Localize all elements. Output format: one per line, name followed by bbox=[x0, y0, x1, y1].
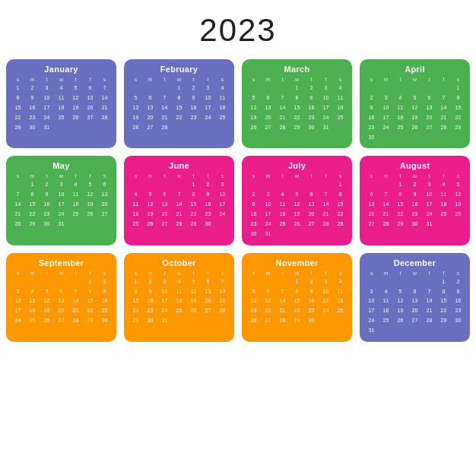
day-cell: 13 bbox=[97, 190, 112, 200]
day-cell: 27 bbox=[408, 316, 422, 326]
day-cell: 26 bbox=[408, 123, 422, 133]
day-cell: 6 bbox=[54, 286, 68, 296]
day-header-label: m bbox=[379, 77, 393, 82]
day-cell: 25 bbox=[129, 220, 143, 229]
day-cell: 19 bbox=[290, 210, 304, 220]
empty-day-cell bbox=[319, 180, 333, 190]
day-cell: 24 bbox=[40, 113, 54, 123]
day-header-label: t bbox=[393, 77, 408, 82]
day-header-label: s bbox=[333, 173, 347, 179]
day-cell: 9 bbox=[364, 103, 379, 113]
day-cell: 19 bbox=[40, 306, 54, 316]
day-cell: 24 bbox=[54, 210, 68, 220]
day-cell: 4 bbox=[129, 190, 143, 200]
day-cell: 14 bbox=[275, 296, 290, 306]
day-cell: 4 bbox=[379, 286, 393, 296]
day-cell: 12 bbox=[408, 103, 422, 113]
day-header-label: w bbox=[172, 173, 186, 179]
day-cell: 10 bbox=[261, 200, 275, 210]
day-cell: 5 bbox=[393, 286, 408, 296]
day-cell: 22 bbox=[25, 210, 40, 220]
day-cell: 16 bbox=[304, 103, 319, 113]
day-cell: 5 bbox=[143, 190, 157, 200]
day-cell: 13 bbox=[143, 103, 157, 113]
day-cell: 21 bbox=[275, 113, 290, 123]
day-cell: 12 bbox=[246, 296, 261, 306]
day-cell: 19 bbox=[143, 210, 157, 220]
day-cell: 17 bbox=[215, 200, 230, 210]
day-cell: 24 bbox=[201, 113, 215, 123]
day-header-label: w bbox=[54, 173, 68, 179]
day-cell: 2 bbox=[186, 84, 201, 93]
day-cell: 20 bbox=[201, 296, 215, 306]
day-cell: 16 bbox=[364, 113, 379, 123]
day-cell: 18 bbox=[54, 103, 68, 113]
day-header-label: w bbox=[290, 77, 304, 82]
day-cell: 25 bbox=[25, 316, 40, 326]
day-cell: 29 bbox=[290, 316, 304, 326]
day-cell: 17 bbox=[157, 296, 172, 306]
empty-day-cell bbox=[393, 277, 408, 287]
day-header-label: s bbox=[11, 270, 25, 276]
day-cell: 26 bbox=[246, 316, 261, 326]
day-cell: 29 bbox=[25, 220, 40, 229]
day-header-label: w bbox=[290, 270, 304, 276]
day-cell: 12 bbox=[68, 93, 83, 103]
day-cell: 23 bbox=[304, 306, 319, 316]
day-cell: 25 bbox=[275, 220, 290, 229]
empty-day-cell bbox=[364, 180, 379, 190]
day-cell: 8 bbox=[129, 286, 143, 296]
day-cell: 20 bbox=[83, 103, 97, 113]
day-cell: 6 bbox=[143, 93, 157, 103]
day-cell: 30 bbox=[451, 316, 465, 326]
day-cell: 27 bbox=[97, 210, 112, 220]
month-name-may: May bbox=[11, 161, 112, 170]
day-cell: 21 bbox=[172, 210, 186, 220]
day-cell: 24 bbox=[422, 210, 436, 220]
day-cell: 7 bbox=[436, 93, 451, 103]
day-cell: 8 bbox=[333, 190, 347, 200]
day-cell: 26 bbox=[143, 220, 157, 229]
day-cell: 11 bbox=[25, 296, 40, 306]
empty-day-cell bbox=[129, 180, 143, 190]
month-name-september: September bbox=[11, 258, 112, 267]
day-cell: 10 bbox=[201, 93, 215, 103]
day-cell: 9 bbox=[408, 190, 422, 200]
day-header-label: t bbox=[40, 77, 54, 82]
day-cell: 11 bbox=[215, 93, 230, 103]
empty-day-cell bbox=[40, 277, 54, 287]
day-cell: 23 bbox=[408, 210, 422, 220]
day-cell: 22 bbox=[290, 113, 304, 123]
day-cell: 19 bbox=[129, 113, 143, 123]
month-card-november: Novembersmtwtfs1234567891011121314151617… bbox=[242, 253, 352, 342]
day-cell: 28 bbox=[215, 306, 230, 316]
day-cell: 26 bbox=[40, 316, 54, 326]
day-cell: 1 bbox=[11, 84, 25, 93]
day-cell: 12 bbox=[40, 296, 54, 306]
day-cell: 14 bbox=[215, 286, 230, 296]
day-header-label: m bbox=[261, 77, 275, 82]
month-card-april: Aprilsmtwtfs1234567891011121314151617181… bbox=[360, 59, 470, 148]
day-cell: 6 bbox=[157, 190, 172, 200]
day-cell: 4 bbox=[172, 277, 186, 287]
empty-day-cell bbox=[246, 84, 261, 93]
day-cell: 25 bbox=[436, 210, 451, 220]
empty-day-cell bbox=[11, 277, 25, 287]
day-header-label: f bbox=[436, 77, 451, 82]
day-header-label: m bbox=[25, 270, 40, 276]
day-cell: 18 bbox=[275, 210, 290, 220]
empty-day-cell bbox=[290, 180, 304, 190]
month-card-january: Januarysmtwtfs12345678910111213141516171… bbox=[6, 59, 116, 148]
day-cell: 6 bbox=[364, 190, 379, 200]
day-cell: 3 bbox=[40, 84, 54, 93]
day-cell: 22 bbox=[290, 306, 304, 316]
day-header-label: s bbox=[97, 270, 112, 276]
day-cell: 2 bbox=[25, 84, 40, 93]
day-cell: 22 bbox=[172, 113, 186, 123]
empty-day-cell bbox=[408, 84, 422, 93]
day-cell: 28 bbox=[172, 220, 186, 229]
day-cell: 29 bbox=[83, 316, 97, 326]
empty-day-cell bbox=[143, 180, 157, 190]
day-cell: 19 bbox=[408, 113, 422, 123]
day-cell: 14 bbox=[68, 296, 83, 306]
